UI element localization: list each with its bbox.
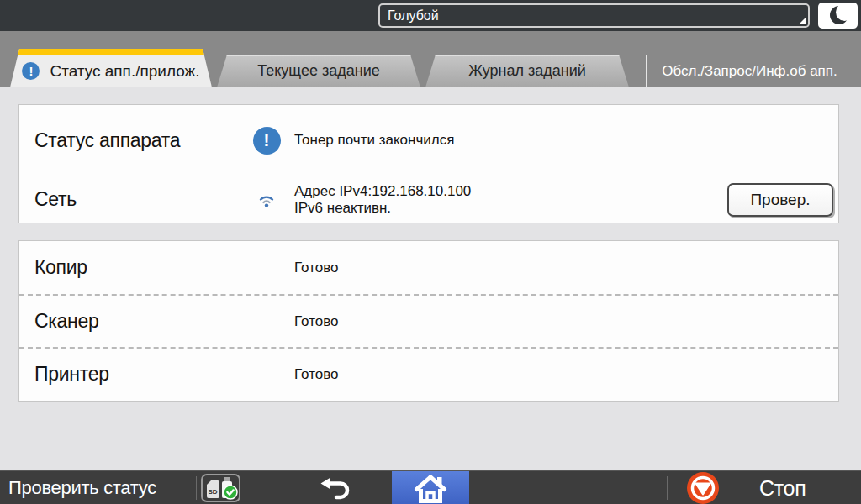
app-row-scanner: Сканер Готово <box>19 294 838 347</box>
divider <box>235 114 235 166</box>
tab-job-log[interactable]: Журнал заданий <box>425 55 629 87</box>
app-row-copier: Копир Готово <box>19 241 838 294</box>
machine-status-row: Статус аппарата ! Тонер почти закончился <box>19 105 838 176</box>
bottom-bar: Проверить статус SD <box>0 470 861 504</box>
back-arrow-icon <box>320 475 351 501</box>
top-bar: Голубой <box>0 0 861 31</box>
divider <box>235 186 235 213</box>
maintenance-inquiry-link[interactable]: Обсл./Запрос/Инф.об апп. <box>646 55 853 87</box>
home-button[interactable] <box>392 471 469 504</box>
divider <box>235 358 235 391</box>
energy-saver-button[interactable] <box>818 3 858 29</box>
divider <box>235 250 235 285</box>
printer-touchscreen: Голубой ! Статус апп./прилож. Текущее за… <box>0 0 861 504</box>
network-check-button[interactable]: Провер. <box>727 183 833 217</box>
tab-label: Текущее задание <box>257 62 380 80</box>
network-label: Сеть <box>19 188 235 211</box>
alert-icon: ! <box>22 62 40 80</box>
machine-status-label: Статус аппарата <box>19 129 235 152</box>
network-row: Сеть Адрес IPv4:192.168.10.100 IPv6 неак… <box>19 176 838 223</box>
toner-alert-icon: ! <box>253 127 281 155</box>
app-label: Принтер <box>19 363 235 386</box>
tab-bar: ! Статус апп./прилож. Текущее задание Жу… <box>0 31 861 87</box>
tab-machine-status[interactable]: ! Статус апп./прилож. <box>10 49 212 87</box>
network-value: Адрес IPv4:192.168.10.100 IPv6 неактивн. <box>294 183 471 217</box>
ipv4-address: Адрес IPv4:192.168.10.100 <box>294 183 471 200</box>
wifi-icon <box>256 192 277 208</box>
separator <box>196 476 197 500</box>
svg-text:SD: SD <box>208 488 217 496</box>
machine-status-panel: Статус аппарата ! Тонер почти закончился… <box>18 104 839 223</box>
ipv6-status: IPv6 неактивн. <box>294 200 471 217</box>
divider <box>235 305 235 338</box>
machine-status-value: Тонер почти закончился <box>294 132 454 149</box>
stop-button[interactable] <box>685 471 721 504</box>
maintenance-inquiry-label: Обсл./Запрос/Инф.об апп. <box>662 63 837 80</box>
tab-label: Журнал заданий <box>468 62 586 80</box>
check-status-button[interactable]: Проверить статус <box>8 471 156 504</box>
sd-usb-status-icon: SD <box>204 475 238 501</box>
apps-status-panel: Копир Готово Сканер Готово Принтер Готов… <box>18 240 839 402</box>
stop-label: Стоп <box>759 471 806 504</box>
app-status: Готово <box>294 366 339 383</box>
home-icon <box>414 473 447 503</box>
app-status: Готово <box>294 260 339 276</box>
screen-color-select[interactable]: Голубой <box>378 3 810 28</box>
app-row-printer: Принтер Готово <box>19 347 838 400</box>
moon-icon <box>830 6 848 24</box>
separator <box>667 476 668 500</box>
screen-color-value: Голубой <box>388 8 439 24</box>
back-button[interactable] <box>316 474 355 502</box>
app-label: Сканер <box>19 310 235 333</box>
app-label: Копир <box>19 256 235 279</box>
dropdown-corner-icon <box>799 17 806 24</box>
media-status-button[interactable]: SD <box>201 474 240 502</box>
stop-icon <box>686 471 720 504</box>
tab-label: Статус апп./прилож. <box>50 62 199 81</box>
tab-current-job[interactable]: Текущее задание <box>217 55 420 87</box>
app-status: Готово <box>294 313 339 330</box>
